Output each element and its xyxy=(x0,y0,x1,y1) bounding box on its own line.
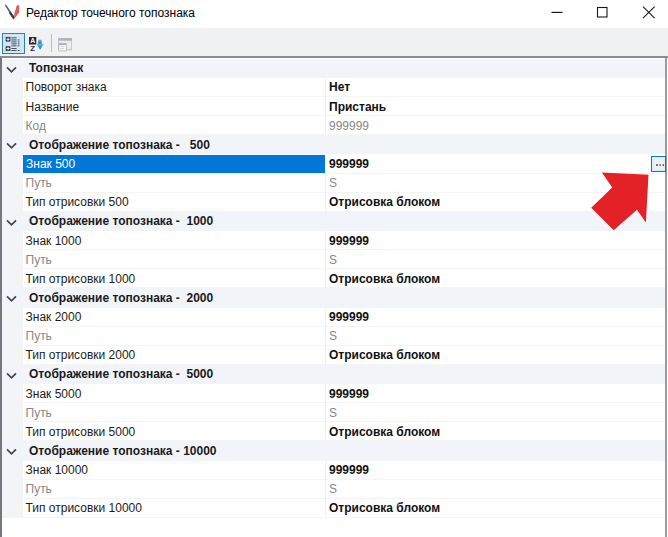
svg-text:Z: Z xyxy=(30,44,35,52)
svg-text:A: A xyxy=(30,37,35,44)
